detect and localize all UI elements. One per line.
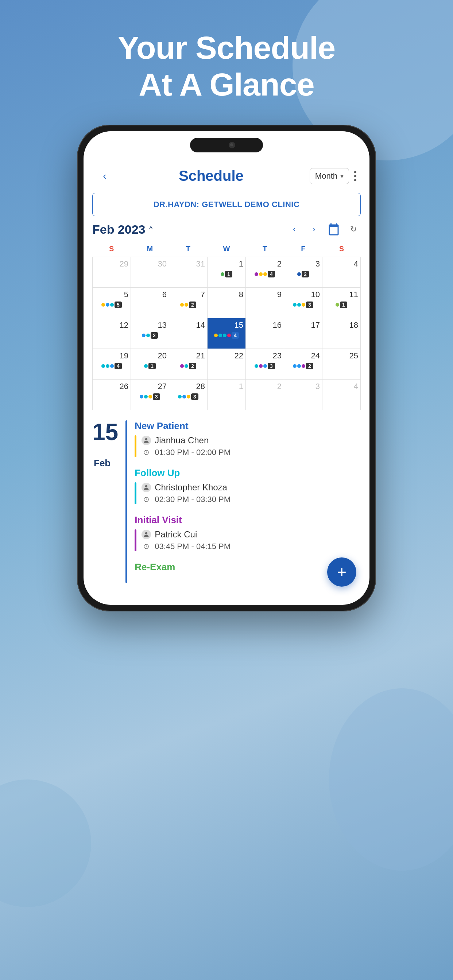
- app-header: ‹ Schedule Month ▾: [83, 161, 370, 190]
- cal-cell-feb21[interactable]: 21 2: [169, 349, 207, 380]
- cal-cell-feb5[interactable]: 5 5: [93, 288, 131, 318]
- col-header-wed: W: [207, 242, 246, 255]
- appointment-entry-2[interactable]: Follow Up Christopher Khoza: [135, 468, 361, 504]
- dot-b: [106, 303, 109, 307]
- cal-cell-feb16[interactable]: 16: [246, 318, 284, 349]
- cal-cell-feb3[interactable]: 3 2: [284, 257, 322, 288]
- cal-cell-feb28[interactable]: 28 3: [169, 380, 207, 410]
- more-options-button[interactable]: [354, 171, 356, 181]
- cal-cell-feb25[interactable]: 25: [322, 349, 361, 380]
- dots-feb21: 2: [180, 363, 196, 369]
- patient-icon-1: [142, 436, 151, 445]
- appointment-type-label-1: New Patient: [135, 420, 361, 432]
- clinic-bar[interactable]: DR.HAYDN: GETWELL DEMO CLINIC: [92, 193, 361, 216]
- dot-pu4: [301, 364, 305, 368]
- notch-camera: [229, 142, 235, 148]
- cal-cell-mar3[interactable]: 3: [284, 380, 322, 410]
- cal-cell-feb2[interactable]: 2 4: [246, 257, 284, 288]
- dot-yellow2: [263, 272, 267, 276]
- dot-y6: [148, 395, 152, 398]
- dot-b5: [293, 364, 297, 368]
- cal-cell-mar4[interactable]: 4: [322, 380, 361, 410]
- hero-title-line1: Your Schedule: [118, 29, 335, 66]
- dot-navy: [297, 272, 301, 276]
- dot-t12: [144, 395, 148, 398]
- header-right: Month ▾: [309, 168, 356, 184]
- appointment-entry-4[interactable]: Re-Exam: [135, 562, 361, 573]
- col-header-mon: M: [131, 242, 169, 255]
- patient-icon-3: [142, 530, 151, 539]
- cal-cell-feb1[interactable]: 1 1: [207, 257, 246, 288]
- col-header-thu: T: [246, 242, 284, 255]
- cal-cell-mar1[interactable]: 1: [207, 380, 246, 410]
- cal-cell-feb22[interactable]: 22: [207, 349, 246, 380]
- cal-cell-feb15-today[interactable]: 15 4: [207, 318, 246, 349]
- cal-cell-feb26[interactable]: 26: [93, 380, 131, 410]
- cal-cell-jan29[interactable]: 29: [93, 257, 131, 288]
- appointment-date-divider: [126, 420, 127, 583]
- cal-cell-feb13[interactable]: 13 2: [131, 318, 169, 349]
- calendar-nav-icons: ‹ › ↻: [287, 222, 361, 237]
- col-header-fri: F: [284, 242, 322, 255]
- calendar-month-year-label: Feb 2023: [92, 223, 145, 237]
- cal-cell-feb18[interactable]: 18: [322, 318, 361, 349]
- view-selector[interactable]: Month ▾: [309, 168, 349, 184]
- dots-feb2: 4: [255, 271, 275, 277]
- cal-cell-feb9[interactable]: 9: [246, 288, 284, 318]
- collapse-arrow-icon[interactable]: ^: [149, 224, 153, 234]
- add-appointment-button[interactable]: +: [327, 557, 356, 587]
- cal-cell-feb20[interactable]: 20 1: [131, 349, 169, 380]
- dot-y4: [301, 303, 305, 307]
- clock-icon-1: [142, 448, 151, 457]
- calendar-today-button[interactable]: [327, 222, 341, 237]
- cal-cell-feb8[interactable]: 8: [207, 288, 246, 318]
- dots-feb20: 1: [144, 363, 156, 369]
- cal-cell-feb6[interactable]: 6: [131, 288, 169, 318]
- calendar-nav: Feb 2023 ^ ‹ › ↻: [92, 222, 361, 237]
- cal-cell-feb12[interactable]: 12: [93, 318, 131, 349]
- cal-cell-feb24[interactable]: 24 2: [284, 349, 322, 380]
- view-selector-value: Month: [315, 171, 337, 181]
- appointment-entry-1[interactable]: New Patient Jianhua Chen: [135, 420, 361, 457]
- cal-cell-feb4[interactable]: 4: [322, 257, 361, 288]
- col-header-sat: S: [322, 242, 361, 255]
- col-header-sun: S: [92, 242, 131, 255]
- dots-feb7: 2: [180, 302, 196, 308]
- appointment-date-month: Feb: [94, 458, 110, 469]
- clock-icon-3: [142, 542, 151, 551]
- cal-cell-feb27[interactable]: 27 3: [131, 380, 169, 410]
- cal-cell-jan30[interactable]: 30: [131, 257, 169, 288]
- appointment-type-label-3: Initial Visit: [135, 514, 361, 526]
- cal-cell-feb23[interactable]: 23 3: [246, 349, 284, 380]
- calendar-refresh-button[interactable]: ↻: [346, 222, 361, 237]
- back-button[interactable]: ‹: [97, 168, 113, 184]
- calendar-month-year: Feb 2023 ^: [92, 223, 153, 237]
- dot-y7: [187, 395, 190, 398]
- patient-name-3: Patrick Cui: [155, 530, 197, 539]
- dot-b8: [182, 395, 186, 398]
- appointment-entry-3[interactable]: Initial Visit Patrick Cui: [135, 514, 361, 551]
- dots-feb10: 3: [293, 302, 313, 308]
- cal-cell-feb10[interactable]: 10 3: [284, 288, 322, 318]
- cal-cell-feb19[interactable]: 19 4: [93, 349, 131, 380]
- dot-b6: [297, 364, 301, 368]
- dot-t: [110, 303, 114, 307]
- cal-cell-feb11[interactable]: 11 1: [322, 288, 361, 318]
- calendar-header-row: S M T W T F S: [92, 242, 361, 255]
- cal-cell-jan31[interactable]: 31: [169, 257, 207, 288]
- cal-cell-mar2[interactable]: 2: [246, 380, 284, 410]
- cal-cell-feb17[interactable]: 17: [284, 318, 322, 349]
- dot-t11: [255, 364, 258, 368]
- dot-t10: [185, 364, 188, 368]
- chevron-down-icon: ▾: [340, 172, 344, 180]
- appointment-patient-3: Patrick Cui: [142, 530, 231, 539]
- calendar-prev-button[interactable]: ‹: [287, 222, 301, 237]
- dots-feb19: 4: [101, 363, 122, 369]
- patient-name-1: Jianhua Chen: [155, 435, 209, 445]
- appointment-info-1: Jianhua Chen 01:30 PM - 02:00 PM: [142, 435, 231, 457]
- dots-feb23: 3: [255, 363, 275, 369]
- cal-cell-feb7[interactable]: 7 2: [169, 288, 207, 318]
- dots-feb24: 2: [293, 363, 313, 369]
- calendar-next-button[interactable]: ›: [307, 222, 321, 237]
- cal-cell-feb14[interactable]: 14: [169, 318, 207, 349]
